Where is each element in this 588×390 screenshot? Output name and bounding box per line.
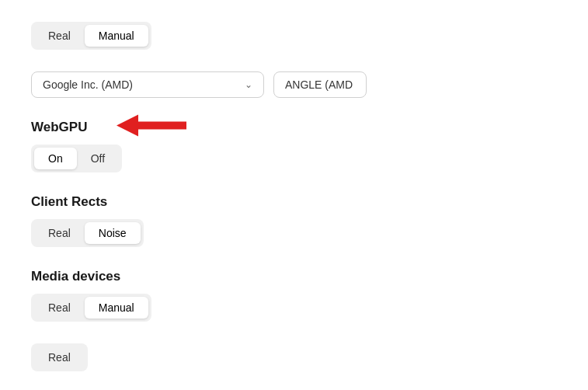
chevron-down-icon: ⌄ [245,79,252,90]
webgpu-toggle-group: On Off [31,145,122,172]
client-rects-toggle-group: Real Noise [31,219,144,247]
client-rects-section: Client Rects Real Noise [31,194,557,247]
webgpu-label-row: WebGPU [31,120,557,135]
bottom-mode-group: Real [31,343,88,371]
media-devices-section: Media devices Real Manual [31,269,557,322]
media-devices-label-row: Media devices [31,269,557,284]
vendor-dropdown-value: Google Inc. (AMD) [43,78,133,91]
media-devices-manual-button[interactable]: Manual [85,297,148,319]
svg-marker-0 [117,115,186,137]
angle-dropdown[interactable]: ANGLE (AMD [273,71,367,98]
bottom-partial-row: Real [31,343,557,371]
media-devices-heading: Media devices [31,269,120,284]
top-real-button[interactable]: Real [34,25,85,47]
webgpu-heading: WebGPU [31,120,87,135]
client-rects-noise-button[interactable]: Noise [85,222,141,244]
webgpu-arrow-indicator [117,112,186,144]
client-rects-label-row: Client Rects [31,194,557,210]
dropdown-row: Google Inc. (AMD) ⌄ ANGLE (AMD [31,71,557,98]
media-devices-toggle-group: Real Manual [31,294,151,322]
media-devices-real-button[interactable]: Real [34,297,85,319]
top-manual-button[interactable]: Manual [85,25,148,47]
webgpu-on-button[interactable]: On [34,148,77,169]
bottom-real-button[interactable]: Real [34,346,85,368]
webgpu-off-button[interactable]: Off [77,148,119,169]
client-rects-heading: Client Rects [31,194,107,210]
top-mode-group: Real Manual [31,22,151,50]
webgpu-section: WebGPU On Off [31,120,557,172]
vendor-dropdown[interactable]: Google Inc. (AMD) ⌄ [31,71,264,98]
angle-dropdown-value: ANGLE (AMD [285,78,353,91]
client-rects-real-button[interactable]: Real [34,222,85,244]
